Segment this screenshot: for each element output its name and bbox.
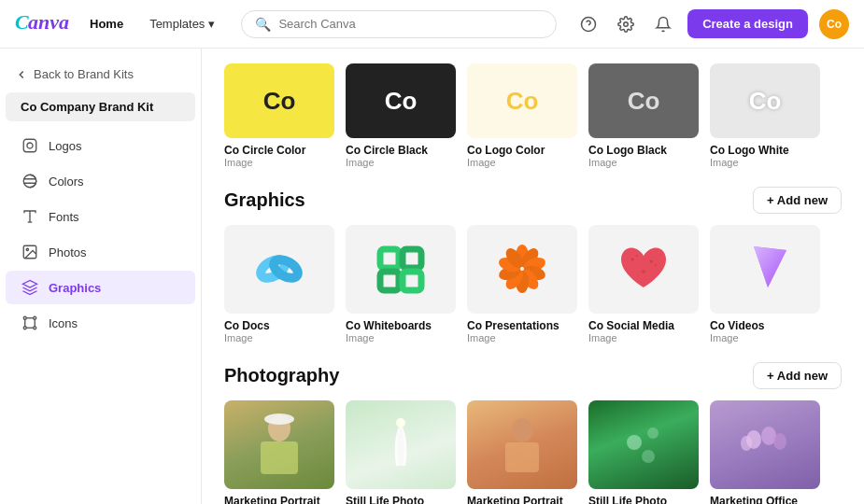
graphic-thumb-videos[interactable] bbox=[710, 225, 820, 314]
nav-templates[interactable]: Templates ▾ bbox=[142, 13, 222, 35]
list-item: Co Whiteboards Image bbox=[346, 225, 456, 343]
photo-thumb-3[interactable] bbox=[467, 400, 577, 489]
graphics-grid: Co Docs Image Co Whiteboards Image bbox=[224, 225, 842, 343]
svg-point-55 bbox=[773, 433, 786, 450]
logo-thumb-circle-color[interactable]: Co bbox=[224, 63, 334, 138]
logo-name-0: Co Circle Color bbox=[224, 144, 334, 157]
photo-thumb-5[interactable] bbox=[710, 400, 820, 489]
icons-icon bbox=[21, 314, 39, 332]
svg-rect-25 bbox=[380, 272, 399, 290]
svg-point-48 bbox=[512, 418, 532, 442]
svg-marker-12 bbox=[23, 281, 37, 288]
list-item: Co Co Circle Black Image bbox=[346, 63, 456, 168]
photos-icon bbox=[21, 243, 39, 261]
settings-icon[interactable] bbox=[613, 11, 639, 37]
main-content: Co Co Circle Color Image Co Co Circle Bl… bbox=[202, 49, 864, 504]
photo-thumb-2[interactable] bbox=[346, 400, 456, 489]
graphics-section-header: Graphics + Add new bbox=[224, 187, 842, 214]
logo-thumb-circle-black[interactable]: Co bbox=[346, 63, 456, 138]
list-item: Still Life Photo Image bbox=[588, 400, 699, 504]
svg-point-40 bbox=[649, 260, 652, 263]
logo-sublabel-2: Image bbox=[467, 157, 577, 168]
photography-grid: Marketing Portrait Image Still Life Phot… bbox=[224, 400, 842, 504]
logo-sublabel-1: Image bbox=[346, 157, 456, 168]
list-item: Co Social Media Image bbox=[588, 225, 699, 343]
svg-point-46 bbox=[264, 413, 294, 425]
svg-point-14 bbox=[34, 316, 36, 319]
search-icon: 🔍 bbox=[255, 17, 271, 32]
svg-rect-26 bbox=[403, 272, 421, 290]
svg-point-39 bbox=[642, 270, 645, 273]
svg-rect-5 bbox=[23, 139, 36, 152]
logo-sublabel-4: Image bbox=[710, 157, 820, 168]
body: Back to Brand Kits Co Company Brand Kit … bbox=[0, 49, 864, 504]
svg-point-50 bbox=[627, 435, 642, 450]
graphic-thumb-presentations[interactable] bbox=[467, 225, 577, 314]
svg-text:C: C bbox=[15, 10, 29, 33]
list-item: Marketing Office Image bbox=[710, 400, 820, 504]
graphic-thumb-social[interactable] bbox=[588, 225, 699, 314]
photo-thumb-1[interactable] bbox=[224, 400, 334, 489]
logos-icon bbox=[21, 136, 39, 155]
logo-name-3: Co Logo Black bbox=[588, 144, 699, 157]
photography-add-new-button[interactable]: + Add new bbox=[753, 362, 842, 389]
svg-point-56 bbox=[741, 436, 752, 451]
canva-logo[interactable]: C anva bbox=[15, 10, 71, 38]
list-item: Still Life Photo Image bbox=[346, 400, 456, 504]
svg-point-37 bbox=[630, 259, 633, 261]
nav-home[interactable]: Home bbox=[82, 13, 131, 35]
svg-rect-49 bbox=[505, 442, 539, 472]
list-item: Co Videos Image bbox=[710, 225, 820, 343]
svg-point-6 bbox=[27, 143, 33, 148]
list-item: Co Co Circle Color Image bbox=[224, 63, 334, 168]
sidebar-item-graphics[interactable]: Graphics bbox=[6, 271, 195, 304]
photography-section-header: Photography + Add new bbox=[224, 362, 842, 389]
fonts-icon bbox=[21, 207, 39, 226]
graphics-title: Graphics bbox=[224, 189, 305, 211]
header-icons: Create a design Co bbox=[575, 9, 849, 39]
list-item: Co Docs Image bbox=[224, 225, 334, 343]
brand-kit-name[interactable]: Co Company Brand Kit bbox=[6, 92, 195, 121]
sidebar-item-logos[interactable]: Logos bbox=[6, 129, 195, 162]
list-item: Marketing Portrait Image bbox=[224, 400, 334, 504]
sidebar-item-photos[interactable]: Photos bbox=[6, 235, 195, 269]
back-to-brand-kits[interactable]: Back to Brand Kits bbox=[0, 60, 201, 89]
logo-thumb-logo-black[interactable]: Co bbox=[588, 63, 699, 138]
chevron-down-icon: ▾ bbox=[208, 17, 215, 31]
logo-sublabel-3: Image bbox=[588, 157, 699, 168]
svg-point-52 bbox=[642, 450, 655, 463]
logo-name-2: Co Logo Color bbox=[467, 144, 577, 157]
svg-rect-23 bbox=[380, 249, 399, 268]
search-input[interactable] bbox=[278, 17, 543, 31]
graphics-add-new-button[interactable]: + Add new bbox=[753, 187, 842, 214]
colors-icon bbox=[21, 172, 39, 190]
search-bar[interactable]: 🔍 bbox=[241, 10, 557, 38]
svg-rect-24 bbox=[403, 249, 421, 268]
svg-point-15 bbox=[23, 327, 26, 329]
sidebar-item-icons[interactable]: Icons bbox=[6, 306, 195, 340]
logo-thumb-white[interactable]: Co bbox=[710, 63, 820, 138]
logo-thumb-color[interactable]: Co bbox=[467, 63, 577, 138]
photo-thumb-4[interactable] bbox=[588, 400, 699, 489]
svg-point-11 bbox=[26, 248, 28, 250]
graphic-thumb-whiteboards[interactable] bbox=[346, 225, 456, 314]
svg-point-38 bbox=[636, 255, 638, 257]
svg-point-13 bbox=[23, 316, 26, 319]
logo-name-1: Co Circle Black bbox=[346, 144, 456, 157]
notifications-icon[interactable] bbox=[650, 11, 676, 37]
sidebar-item-fonts[interactable]: Fonts bbox=[6, 200, 195, 233]
help-icon[interactable] bbox=[575, 11, 602, 37]
list-item: Co Co Logo White Image bbox=[710, 63, 820, 168]
list-item: Co Co Logo Color Image bbox=[467, 63, 577, 168]
svg-point-16 bbox=[34, 327, 36, 329]
sidebar-item-colors[interactable]: Colors bbox=[6, 164, 195, 198]
avatar[interactable]: Co bbox=[819, 9, 849, 39]
svg-point-41 bbox=[655, 264, 657, 266]
svg-marker-43 bbox=[754, 246, 786, 287]
list-item: Marketing Portrait Image bbox=[467, 400, 577, 504]
header: C anva Home Templates ▾ 🔍 Create a desig… bbox=[0, 0, 864, 49]
graphic-thumb-docs[interactable] bbox=[224, 225, 334, 314]
create-design-button[interactable]: Create a design bbox=[687, 9, 808, 38]
svg-point-47 bbox=[396, 418, 405, 427]
logo-strip: Co Co Circle Color Image Co Co Circle Bl… bbox=[224, 63, 842, 168]
